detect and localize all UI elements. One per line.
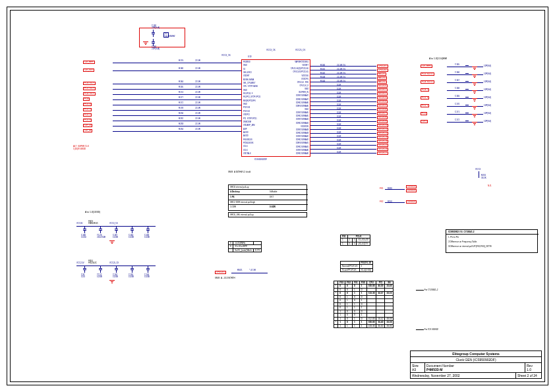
snip3-n: 150.00+S (406, 200, 417, 204)
ic-pin: GND (243, 103, 270, 105)
net-label: PCI3_2 (421, 88, 429, 92)
ic-pin: VDDCK6 (282, 75, 308, 77)
ic-pin: SEL24/SCI (243, 72, 270, 74)
net-label: SDCLK-7 (377, 112, 388, 115)
ic-part: ICS950902DF (254, 158, 267, 161)
wire (310, 109, 376, 110)
ic-pin: CPU_STOP#/AGI6 (243, 86, 270, 88)
wire (113, 70, 241, 71)
ic-pin: DDRT/SDRAM4 (282, 119, 308, 121)
cap-ref: C169 (455, 95, 459, 98)
ic-pin: DDRC/SDRAM6 (282, 102, 308, 104)
net-label: CLK_REF2 (421, 65, 432, 68)
ic-pin: AGP (243, 128, 270, 130)
xtal-calc-table: X14.318MHz 0X1+X2=20PF X=X1_(auto)*AmkX.… (228, 241, 262, 252)
net-label: SDCLK-10 (377, 124, 388, 127)
pullup-r4a: 1:DDR (230, 206, 236, 208)
note-smba: SM B_A 56OHM L2 shold (228, 171, 250, 173)
net-label: PCI2_2 (83, 108, 92, 111)
net-label: CLK1 (421, 120, 428, 123)
ic-pin: DDRC/SDRAM7 (282, 99, 308, 101)
pb-fbv: FB128-0C (88, 262, 97, 264)
pullup-box2: SRC8_SEL internal pull-up (228, 212, 307, 217)
cpu-snip-v: * 47.5R (249, 269, 256, 271)
hr (229, 189, 308, 190)
ic-pin: MIX(R)/PCI3/FS (243, 100, 270, 102)
xtal-dnp: N.D. (488, 184, 492, 187)
ic-pin: VDDAGP_48M (243, 125, 270, 126)
tb-title: Clock GEN (ICS950902DF) (411, 357, 541, 362)
net-label: PCI2_3 (421, 96, 429, 99)
cap-val: 10P(N4) (484, 65, 491, 67)
pullup-r5: SRC8_SEL internal pull-up (230, 213, 254, 216)
cap-ref: C171 (455, 111, 459, 113)
res-ref: R178 (179, 107, 183, 109)
net-label: SDCLK-12 (377, 132, 388, 135)
cap-val: 10P(N4) (484, 112, 491, 115)
wire (113, 105, 241, 105)
net-label: SDCLK-9 (377, 120, 388, 123)
net-label: SDCLK-17 (377, 152, 388, 155)
net-label: SDCLK-8 (377, 116, 388, 119)
ic-pin: FS0/48/24S (243, 139, 270, 141)
ic-pin: FS2/PCI_STOP#/PCI5 (243, 96, 270, 98)
ic-pin: DDRT/SDRAM0 (282, 150, 308, 152)
ic-pin: DNBCWM (243, 121, 270, 123)
net-label: MSCLK (377, 72, 386, 76)
ic-pin: DDRC/SDRAM3 (282, 132, 308, 134)
wire (310, 121, 376, 122)
net-label: CLK_48 (83, 129, 92, 132)
res-val: 22.5R (195, 128, 200, 130)
wire (310, 149, 376, 150)
net-label: PCI2_6 (83, 119, 92, 122)
res-ref: R233 (179, 123, 183, 125)
net-label: PCI6_SLOT (83, 82, 96, 85)
res-ref: R195 (179, 86, 183, 88)
net-label: SDCLK-6 (377, 108, 388, 111)
pullup-r1b: 9:Mobile (270, 190, 277, 193)
ic-pin: PCI/CK3 (243, 107, 270, 109)
notebox-l3: 3.Difference on internal pull UP.(FS2,FS… (448, 245, 492, 248)
wire (310, 153, 376, 154)
res-val: 22.5R (195, 80, 200, 83)
res-ref: R172 (179, 101, 183, 104)
wire (310, 105, 376, 106)
res-ref: R177 (179, 96, 183, 99)
freq-table-wrap: FS3FS2FS1FS0CPUPCISN*0001100.0046.0033.4… (334, 281, 394, 328)
pa-rail: VCC3_CK (109, 222, 118, 225)
net-label: SDCLK-5 (377, 104, 388, 107)
net-label: MBCLK1 (377, 76, 387, 80)
tb-of: 24 (533, 374, 537, 378)
wire (113, 94, 241, 95)
ic-pins-left: FS3/BS0GNDS2SEL24/SCIVDDIRTMXSELSMBASEL_… (243, 61, 270, 155)
hr (229, 204, 308, 205)
net-label: PCI2_1 (83, 113, 92, 117)
ic-pin: DDRC/SDRAM0 (282, 153, 308, 155)
wire (310, 141, 376, 142)
pb-rail: VCC25_CK (109, 262, 119, 264)
gnd-icon (472, 98, 477, 102)
pa-fbv: FBR63P-0C (88, 222, 98, 225)
res-val: 22.5R (195, 107, 200, 109)
cpu-snip-note: SM B_A - 1/10 NORTH (215, 277, 235, 279)
net-label: SDCLK-16 (377, 148, 388, 151)
ic-pin: FS3/BS0 (243, 61, 270, 63)
tb-rev: 1.0 (527, 368, 531, 372)
tb-company: Elitegroup Computer Systems (411, 351, 541, 356)
ic-pin: VDDIRT (282, 65, 308, 67)
hr (229, 194, 308, 195)
ic-pin: DDRC/SDRAM2 (282, 139, 308, 141)
sheet-border: C130 22P(N.A) X2 14.318MHZ C130 22P(N.A)… (7, 7, 548, 385)
wire (310, 101, 376, 102)
wire (310, 145, 376, 146)
cap-val: 10P(N4) (484, 120, 491, 123)
wire (310, 137, 376, 138)
ic-pin: GND (282, 88, 308, 90)
cap-ref: C165 (455, 63, 459, 66)
gnd-icon (472, 82, 477, 86)
notebox: ICS950902 V.S. CY28341-2 1. Pin to Pin 2… (446, 229, 538, 253)
wire (113, 131, 241, 132)
ic-pin: CPUCLK6(D)/PCICLK6 (282, 68, 308, 70)
net-label: SDCLK-1 (377, 88, 388, 92)
net-label: PCI2_3 (83, 103, 92, 106)
